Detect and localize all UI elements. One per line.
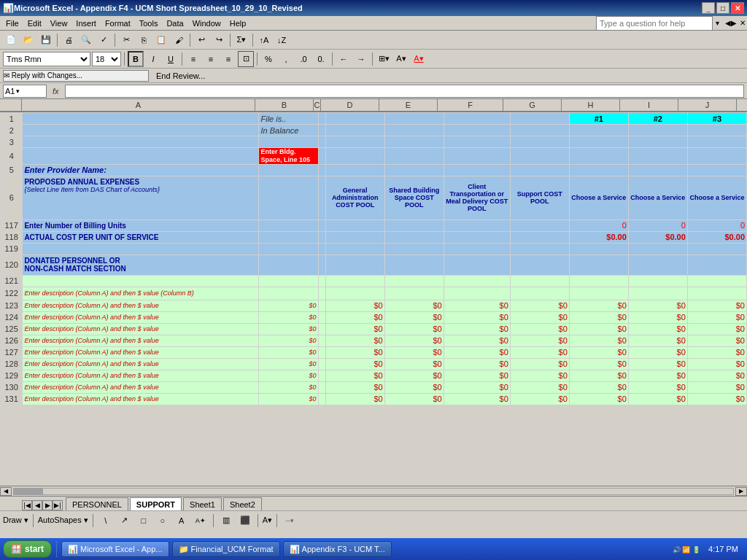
- cell-c118[interactable]: [318, 231, 325, 243]
- cell-a127[interactable]: Enter description (Column A) and then $ …: [23, 346, 259, 358]
- cell-d1[interactable]: [325, 113, 384, 125]
- cell-f1[interactable]: [444, 113, 510, 125]
- comma-button[interactable]: ,: [278, 51, 294, 67]
- cell-a128[interactable]: Enter description (Column A) and then $ …: [23, 358, 259, 370]
- col-header-g[interactable]: G: [503, 99, 562, 111]
- restore-button[interactable]: □: [716, 2, 729, 14]
- cell-h128[interactable]: $0: [569, 358, 628, 370]
- draw-arrow-btn[interactable]: ↗: [117, 513, 133, 529]
- cell-j127[interactable]: $0: [687, 346, 746, 358]
- cell-f117[interactable]: [444, 219, 510, 231]
- cell-a6[interactable]: PROPOSED ANNUAL EXPENSES {Select Line It…: [23, 176, 259, 219]
- cell-i118[interactable]: $0.00: [628, 231, 687, 243]
- cell-f129[interactable]: $0: [444, 370, 510, 381]
- cell-j122[interactable]: [687, 287, 746, 300]
- cell-f128[interactable]: $0: [444, 358, 510, 370]
- bold-button[interactable]: B: [128, 51, 144, 67]
- cell-f118[interactable]: [444, 231, 510, 243]
- align-center-button[interactable]: ≡: [203, 51, 219, 67]
- cell-f4[interactable]: [444, 148, 510, 165]
- cell-g127[interactable]: $0: [510, 346, 569, 358]
- cell-c124[interactable]: [318, 311, 325, 323]
- cell-e124[interactable]: $0: [384, 311, 444, 323]
- cell-g126[interactable]: $0: [510, 335, 569, 346]
- cell-a129[interactable]: Enter description (Column A) and then $ …: [23, 370, 259, 381]
- col-header-b[interactable]: B: [255, 99, 314, 111]
- cell-i124[interactable]: $0: [628, 311, 687, 323]
- taskbar-item-financial[interactable]: 📁 Financial_UCM Format: [172, 541, 280, 557]
- menu-help[interactable]: Help: [225, 18, 251, 29]
- cell-a122[interactable]: Enter description (Column A) and then $ …: [23, 287, 259, 300]
- cell-f3[interactable]: [444, 136, 510, 148]
- formula-input[interactable]: [65, 85, 744, 98]
- col-header-j[interactable]: J: [678, 99, 737, 111]
- cell-d131[interactable]: $0: [325, 393, 384, 405]
- cell-j5[interactable]: [687, 164, 746, 176]
- cell-e127[interactable]: $0: [384, 346, 444, 358]
- cell-e121[interactable]: [384, 275, 444, 287]
- cell-d124[interactable]: $0: [325, 311, 384, 323]
- cell-a2[interactable]: [23, 125, 259, 136]
- cell-c4[interactable]: [318, 148, 325, 165]
- col-header-c[interactable]: C: [314, 99, 321, 111]
- cell-c6[interactable]: [318, 176, 325, 219]
- cell-e5[interactable]: [384, 164, 444, 176]
- cell-b6[interactable]: [259, 176, 318, 219]
- cell-d128[interactable]: $0: [325, 358, 384, 370]
- cell-c2[interactable]: [318, 125, 325, 136]
- cell-i4[interactable]: [628, 148, 687, 165]
- cell-h124[interactable]: $0: [569, 311, 628, 323]
- cell-g131[interactable]: $0: [510, 393, 569, 405]
- cell-f126[interactable]: $0: [444, 335, 510, 346]
- cell-h1[interactable]: #1: [569, 113, 628, 125]
- cell-h3[interactable]: [569, 136, 628, 148]
- cell-g129[interactable]: $0: [510, 370, 569, 381]
- cell-b130[interactable]: $0: [259, 381, 318, 393]
- cell-h118[interactable]: $0.00: [569, 231, 628, 243]
- cell-d5[interactable]: [325, 164, 384, 176]
- cell-e129[interactable]: $0: [384, 370, 444, 381]
- cell-i1[interactable]: #2: [628, 113, 687, 125]
- name-box-arrow[interactable]: ▾: [16, 88, 20, 95]
- cell-b120[interactable]: [259, 254, 318, 275]
- menu-window[interactable]: Window: [188, 18, 225, 29]
- undo-button[interactable]: ↩: [193, 32, 209, 48]
- cell-a117[interactable]: Enter Number of Billing Units: [23, 219, 259, 231]
- sheet-tab-personnel[interactable]: PERSONNEL: [66, 497, 128, 510]
- cell-b117[interactable]: [259, 219, 318, 231]
- align-left-button[interactable]: ≡: [185, 51, 201, 67]
- cell-h131[interactable]: $0: [569, 393, 628, 405]
- name-box[interactable]: A1 ▾: [3, 85, 47, 98]
- cell-b123[interactable]: $0: [259, 300, 318, 311]
- cell-g2[interactable]: [510, 125, 569, 136]
- cell-e120[interactable]: [384, 254, 444, 275]
- italic-button[interactable]: I: [145, 51, 161, 67]
- cell-g121[interactable]: [510, 275, 569, 287]
- cut-button[interactable]: ✂: [118, 32, 134, 48]
- percent-button[interactable]: %: [260, 51, 276, 67]
- cell-e118[interactable]: [384, 231, 444, 243]
- minimize-button[interactable]: _: [702, 2, 715, 14]
- cell-i128[interactable]: $0: [628, 358, 687, 370]
- cell-i126[interactable]: $0: [628, 335, 687, 346]
- cell-b122[interactable]: [259, 287, 318, 300]
- indent-increase-button[interactable]: →: [353, 51, 369, 67]
- cell-g4[interactable]: [510, 148, 569, 165]
- cell-h125[interactable]: $0: [569, 323, 628, 335]
- cell-g1[interactable]: [510, 113, 569, 125]
- cell-e6[interactable]: Shared Building Space COST POOL: [384, 176, 444, 219]
- cell-h130[interactable]: $0: [569, 381, 628, 393]
- cell-f125[interactable]: $0: [444, 323, 510, 335]
- merge-button[interactable]: ⊡: [238, 51, 254, 67]
- cell-e130[interactable]: $0: [384, 381, 444, 393]
- cell-j117[interactable]: 0: [687, 219, 746, 231]
- cell-i123[interactable]: $0: [628, 300, 687, 311]
- menu-edit[interactable]: Edit: [23, 18, 46, 29]
- cell-j123[interactable]: $0: [687, 300, 746, 311]
- draw-shadow-btn[interactable]: ▥: [218, 513, 234, 529]
- cell-g123[interactable]: $0: [510, 300, 569, 311]
- cell-h120[interactable]: [569, 254, 628, 275]
- cell-c1[interactable]: [318, 113, 325, 125]
- cell-j125[interactable]: $0: [687, 323, 746, 335]
- menu-file[interactable]: File: [1, 18, 23, 29]
